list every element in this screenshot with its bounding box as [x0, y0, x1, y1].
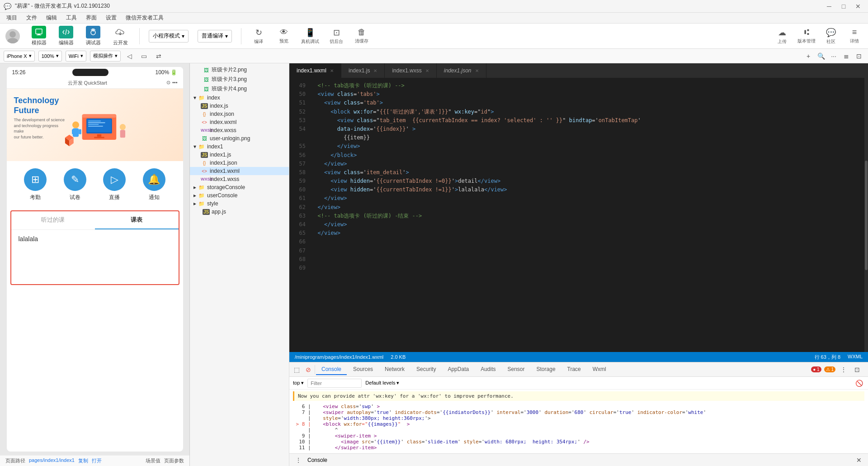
devtools-settings-icon[interactable]: ⊡ [852, 364, 863, 375]
list-item[interactable]: <> index.wxml [190, 118, 289, 126]
clear-button[interactable]: 🗑 清缓存 [354, 28, 370, 44]
levels-selector[interactable]: Default levels ▾ [365, 380, 399, 386]
vertical-scrollbar[interactable] [864, 78, 868, 352]
devtools-tab-trace[interactable]: Trace [562, 364, 586, 375]
add-file-icon[interactable]: + [803, 51, 814, 62]
maximize-button[interactable]: □ [837, 0, 850, 13]
minimize-button[interactable]: ─ [823, 0, 835, 13]
backend-button[interactable]: ⊡ 切后台 [328, 28, 344, 45]
devtools-tab-sensor[interactable]: Sensor [502, 364, 530, 375]
list-item[interactable]: 🖼 班级卡片2.png [190, 65, 289, 75]
devtools-tab-sources[interactable]: Sources [348, 364, 378, 375]
expand-icon[interactable]: ⋮ [293, 455, 304, 466]
more-icon[interactable]: ··· [828, 51, 839, 62]
banner-subtitle: The development of scienceand technology… [14, 117, 68, 140]
mode-selector[interactable]: 小程序模式 ▾ [149, 30, 189, 43]
tab-listened[interactable]: 听过的课 [11, 211, 95, 229]
devtools-tab-network[interactable]: Network [379, 364, 410, 375]
folder-style[interactable]: ▸ 📁 style [190, 200, 289, 208]
version-button[interactable]: ⑆ 版本管理 [797, 28, 816, 44]
list-item[interactable]: JS index.js [190, 102, 289, 110]
debugger-button[interactable]: 调试器 [83, 26, 103, 46]
chevron-down-icon: ▾ [193, 143, 196, 150]
search-icon[interactable]: 🔍 [816, 51, 826, 62]
menu-file[interactable]: 文件 [22, 13, 42, 23]
scroll-thumb[interactable] [865, 161, 868, 270]
console-clear-icon[interactable]: 🚫 [854, 378, 864, 389]
remote-debug-button[interactable]: 📱 真机调试 [301, 28, 319, 45]
rotate-icon[interactable]: ⇄ [153, 51, 164, 62]
attendance-icon-item[interactable]: ⊞ 考勤 [24, 168, 47, 201]
simulator-button[interactable]: 模拟器 [29, 26, 49, 46]
preview-button[interactable]: 👁 预览 [276, 28, 292, 44]
menu-wechat[interactable]: 微信开发者工具 [121, 13, 168, 23]
top-selector[interactable]: top ▾ [293, 380, 304, 386]
devtools-cursor-icon[interactable]: ⬚ [291, 364, 302, 375]
format-icon[interactable]: ≣ [841, 51, 852, 62]
open-link[interactable]: 打开 [92, 457, 102, 464]
list-item[interactable]: JS index1.js [190, 151, 289, 159]
list-item[interactable]: 🖼 班级卡片3.png [190, 75, 289, 84]
tab-close-icon[interactable]: ✕ [425, 68, 429, 73]
list-item[interactable]: 🖼 user-unlogin.png [190, 134, 289, 143]
menu-edit[interactable]: 编辑 [42, 13, 61, 23]
folder-index1[interactable]: ▾ 📁 index1 [190, 143, 289, 151]
list-item[interactable]: 🖼 班级卡片4.png [190, 84, 289, 94]
refresh-button[interactable]: ↻ 编译 [250, 28, 267, 45]
devtools-tab-audits[interactable]: Audits [475, 364, 501, 375]
console-bottom-tab[interactable]: Console [307, 457, 327, 463]
devtools-more-icon[interactable]: ⋮ [838, 364, 849, 375]
devtools-tab-wxml[interactable]: Wxml [587, 364, 612, 375]
menu-project[interactable]: 项目 [2, 13, 22, 23]
devtools-tab-console[interactable]: Console [316, 364, 347, 375]
list-item[interactable]: WXSS index1.wxss [190, 175, 289, 183]
folder-storage[interactable]: ▸ 📁 storageConsole [190, 183, 289, 191]
zoom-selector[interactable]: 100% ▾ [38, 51, 62, 62]
list-item-active[interactable]: <> index1.wxml [190, 167, 289, 175]
list-item[interactable]: WXSS index.wxss [190, 126, 289, 134]
tab-close-icon[interactable]: ✕ [475, 68, 479, 73]
tab-index1-wxss[interactable]: index1.wxss ✕ [385, 63, 436, 78]
menu-settings[interactable]: 设置 [101, 13, 121, 23]
avatar[interactable] [5, 29, 20, 43]
notify-icon-item[interactable]: 🔔 通知 [143, 168, 165, 201]
devtools-tab-security[interactable]: Security [411, 364, 441, 375]
simulate-selector[interactable]: 模拟操作 ▾ [90, 51, 121, 62]
list-item[interactable]: {} index.json [190, 110, 289, 118]
menu-tools[interactable]: 工具 [61, 13, 81, 23]
close-button[interactable]: ✕ [852, 0, 864, 13]
tab-schedule[interactable]: 课表 [95, 211, 179, 229]
list-item[interactable]: {} index1.json [190, 159, 289, 167]
compile-selector[interactable]: 普通编译 ▾ [198, 30, 232, 43]
device-selector[interactable]: iPhone X ▾ [4, 51, 35, 62]
editor-button[interactable]: 编辑器 [56, 26, 76, 46]
code-editor[interactable]: 4950515253545556575859606162636465666768… [289, 78, 868, 352]
svg-point-0 [9, 31, 16, 38]
filter-input[interactable] [307, 379, 362, 388]
detail-button[interactable]: ≡ 详情 [846, 28, 863, 44]
tab-index1-js[interactable]: index1.js ✕ [341, 63, 385, 78]
folder-user[interactable]: ▸ 📁 userConsole [190, 191, 289, 200]
devtools-stop-icon[interactable]: ⊘ [303, 364, 314, 375]
tab-index1-json[interactable]: index1.json ✕ [437, 63, 486, 78]
tab-close-icon[interactable]: ✕ [373, 68, 377, 73]
community-button[interactable]: 💬 社区 [823, 28, 839, 45]
cloud-button[interactable]: 云开发 [110, 26, 130, 46]
back-icon[interactable]: ◁ [124, 51, 135, 62]
menu-interface[interactable]: 界面 [81, 13, 101, 23]
code-content[interactable]: <!-- tab选项卡 (听过的课) --> <view class='tabs… [307, 78, 868, 352]
network-selector[interactable]: WiFi ▾ [66, 51, 86, 62]
tab-index1-wxml[interactable]: index1.wxml ✕ [289, 63, 341, 78]
exam-icon-item[interactable]: ✎ 试卷 [64, 168, 86, 201]
tab-close-icon[interactable]: ✕ [330, 68, 334, 73]
close-devtools-icon[interactable]: ✕ [854, 455, 864, 466]
live-icon-item[interactable]: ▷ 直播 [103, 168, 126, 201]
devtools-tab-storage[interactable]: Storage [531, 364, 561, 375]
copy-link[interactable]: 复制 [78, 457, 88, 464]
device-frame-icon[interactable]: ▭ [139, 51, 150, 62]
list-item[interactable]: JS app.js [190, 208, 289, 216]
folder-index[interactable]: ▾ 📁 index [190, 94, 289, 102]
extra-icon[interactable]: ⊡ [854, 51, 864, 62]
upload-button[interactable]: ☁ 上传 [774, 28, 790, 45]
devtools-tab-appdata[interactable]: AppData [442, 364, 474, 375]
